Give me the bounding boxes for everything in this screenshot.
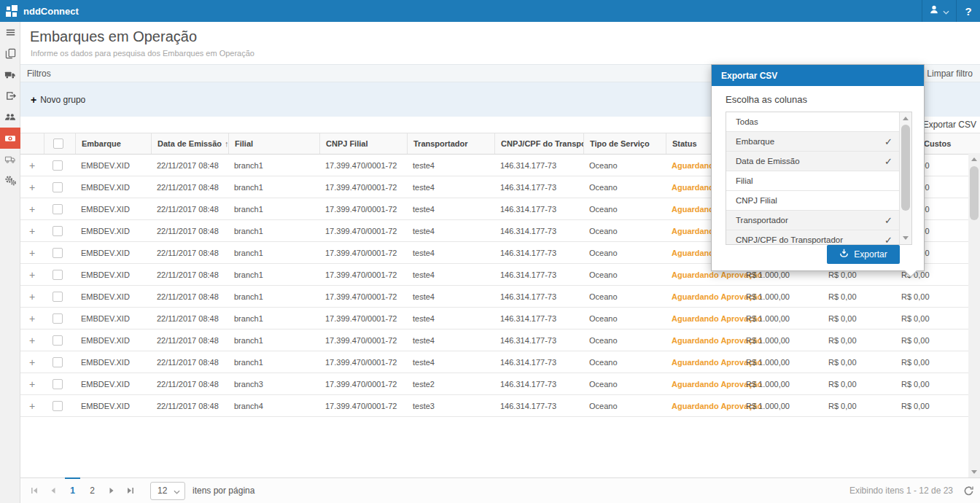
checkbox-icon[interactable] (52, 270, 63, 280)
checkbox-icon[interactable] (52, 226, 63, 236)
row-checkbox-cell[interactable] (44, 155, 75, 176)
cell-data_emissao: 22/11/2017 08:48 (151, 395, 228, 416)
column-header-cnpj_cpf[interactable]: CNPJ/CPF do Transportador (494, 133, 583, 154)
row-expand-button[interactable]: + (20, 176, 44, 198)
column-option[interactable]: Transportador✓ (726, 211, 911, 230)
column-label: Tipo de Serviço (590, 139, 650, 148)
checkbox-icon[interactable] (52, 204, 63, 214)
column-options-listbox: TodasEmbarque✓Data de Emissão✓FilialCNPJ… (726, 112, 912, 245)
cell-custos (917, 176, 968, 198)
cell-embarque: EMBDEV.XID (75, 242, 151, 263)
column-option[interactable]: Filial (726, 171, 911, 191)
row-checkbox-cell[interactable] (44, 176, 75, 198)
row-expand-button[interactable]: + (20, 373, 44, 394)
cell-custos (917, 330, 968, 351)
cell-cnpj_cpf: 146.314.177-73 (494, 155, 583, 176)
column-header-data_emissao[interactable]: Data de Emissão↑ (151, 133, 228, 154)
column-header-custos[interactable]: Custos (917, 133, 968, 154)
grid-vertical-scrollbar[interactable] (968, 153, 980, 477)
column-option[interactable]: CNPJ Filial (726, 191, 911, 211)
new-group-button[interactable]: + Novo grupo (31, 94, 85, 106)
export-button[interactable]: Exportar (827, 245, 900, 264)
column-header-cnpj_filial[interactable]: CNPJ Filial (319, 133, 407, 154)
page-title: Embarques em Operação (30, 28, 980, 45)
row-checkbox-cell[interactable] (44, 330, 75, 351)
row-expand-button[interactable]: + (20, 395, 44, 416)
table-row: +EMBDEV.XID22/11/2017 08:48branch117.399… (20, 286, 980, 308)
sidebar-item-documents[interactable] (0, 43, 20, 64)
checkbox-icon[interactable] (52, 335, 63, 346)
row-expand-button[interactable]: + (20, 220, 44, 241)
row-checkbox-cell[interactable] (44, 351, 75, 373)
row-checkbox-cell[interactable] (44, 264, 75, 285)
row-checkbox-cell[interactable] (44, 242, 75, 263)
table-row: +EMBDEV.XID22/11/2017 08:48branch417.399… (20, 395, 980, 417)
cell-transportador: teste4 (407, 286, 494, 307)
checkbox-icon[interactable] (52, 182, 63, 192)
column-option[interactable]: Data de Emissão✓ (726, 152, 911, 171)
sidebar-item-users[interactable] (0, 106, 20, 128)
sidebar-item-operations-active[interactable] (0, 128, 20, 149)
row-checkbox-cell[interactable] (44, 220, 75, 241)
list-scrollbar[interactable] (899, 112, 911, 244)
last-page-button[interactable] (121, 478, 140, 503)
next-page-button[interactable] (102, 478, 121, 503)
refresh-button[interactable] (963, 486, 974, 496)
cell-transportador: teste4 (407, 220, 494, 241)
row-expand-button[interactable]: + (20, 264, 44, 285)
help-button[interactable]: ? (957, 0, 980, 22)
checkbox-icon[interactable] (52, 160, 63, 171)
row-expand-button[interactable]: + (20, 242, 44, 263)
check-icon: ✓ (884, 136, 892, 147)
checkbox-icon[interactable] (52, 248, 63, 258)
sidebar-item-settings[interactable] (0, 170, 20, 191)
column-option[interactable]: Embarque✓ (726, 132, 911, 152)
row-expand-button[interactable]: + (20, 286, 44, 307)
select-all-checkbox-cell[interactable] (44, 133, 75, 154)
row-checkbox-cell[interactable] (44, 286, 75, 307)
column-option-label: CNPJ/CPF do Transportador (736, 235, 843, 244)
cell-embarque: EMBDEV.XID (75, 395, 151, 416)
plus-icon: + (31, 94, 36, 106)
row-expand-button[interactable]: + (20, 198, 44, 219)
list-scrollbar-thumb[interactable] (901, 125, 910, 211)
first-page-button[interactable] (25, 478, 44, 503)
cell-custos (917, 373, 968, 394)
sidebar-item-shipments[interactable] (0, 64, 20, 85)
column-header-transportador[interactable]: Transportador (407, 133, 494, 154)
scrollbar-thumb[interactable] (970, 166, 979, 220)
row-expand-button[interactable]: + (20, 155, 44, 176)
row-expand-button[interactable]: + (20, 330, 44, 351)
sidebar-item-export[interactable] (0, 85, 20, 106)
checkbox-icon[interactable] (52, 357, 63, 367)
column-option[interactable]: CNPJ/CPF do Transportador✓ (726, 230, 911, 245)
page-size-dropdown[interactable]: 12 (150, 482, 185, 500)
brand[interactable]: nddConnect (6, 0, 79, 22)
row-checkbox-cell[interactable] (44, 373, 75, 394)
row-checkbox-cell[interactable] (44, 198, 75, 219)
row-checkbox-cell[interactable] (44, 308, 75, 329)
column-option[interactable]: Todas (726, 112, 911, 132)
sidebar-item-tracking[interactable] (0, 149, 20, 170)
page-button-2[interactable]: 2 (82, 478, 102, 503)
scroll-down-icon[interactable] (900, 233, 911, 243)
checkbox-icon[interactable] (52, 401, 63, 411)
checkbox-icon[interactable] (52, 313, 63, 324)
page-button-1[interactable]: 1 (63, 478, 82, 503)
column-header-filial[interactable]: Filial (228, 133, 319, 154)
column-header-tipo_servico[interactable]: Tipo de Serviço (583, 133, 666, 154)
checkbox-icon[interactable] (52, 379, 63, 389)
row-expand-button[interactable]: + (20, 308, 44, 329)
row-expand-button[interactable]: + (20, 351, 44, 373)
scroll-up-icon[interactable] (968, 153, 980, 165)
previous-page-button[interactable] (44, 478, 63, 503)
scroll-up-icon[interactable] (900, 113, 911, 124)
scroll-down-icon[interactable] (968, 466, 980, 477)
cell-cnpj_cpf: 146.314.177-73 (494, 351, 583, 373)
select-all-checkbox[interactable] (53, 139, 63, 149)
sidebar-item-menu[interactable] (0, 22, 20, 43)
column-header-embarque[interactable]: Embarque (75, 133, 151, 154)
checkbox-icon[interactable] (52, 292, 63, 302)
row-checkbox-cell[interactable] (44, 395, 75, 416)
user-menu-button[interactable] (922, 0, 957, 22)
